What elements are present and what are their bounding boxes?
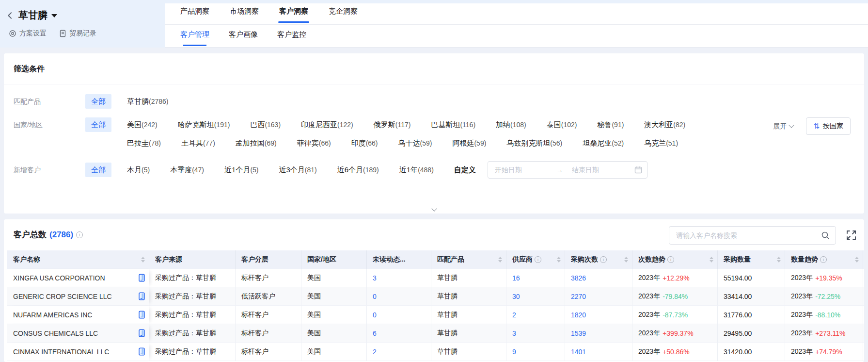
customer-name[interactable]: CINMAX INTERNATIONAL LLC: [13, 348, 109, 356]
country-filter-item[interactable]: 土耳其(77): [181, 136, 215, 150]
info-icon[interactable]: i: [820, 256, 827, 263]
tab-customer-insight[interactable]: 客户洞察: [279, 7, 308, 23]
unread-count-link[interactable]: 6: [373, 329, 377, 337]
time-filter-item[interactable]: 本季度(47): [170, 163, 204, 177]
country-filter-all[interactable]: 全部: [85, 117, 111, 132]
purchase-count-link[interactable]: 2270: [571, 293, 586, 300]
subtab-customer-monitor[interactable]: 客户监控: [277, 30, 306, 46]
product-filter-item[interactable]: 草甘膦(2786): [127, 94, 168, 109]
start-date-input[interactable]: [488, 166, 554, 174]
column-header[interactable]: 供应商i: [506, 250, 565, 269]
custom-range-option[interactable]: 自定义: [454, 163, 476, 177]
search-input[interactable]: [669, 231, 821, 239]
contact-phone-icon[interactable]: [139, 311, 145, 319]
country-filter-item[interactable]: 巴基斯坦(116): [431, 117, 475, 132]
unread-count-link[interactable]: 2: [373, 348, 377, 356]
supplier-count-link[interactable]: 9: [512, 348, 516, 356]
contact-phone-icon[interactable]: [139, 292, 145, 300]
country-filter-item[interactable]: 孟加拉国(69): [236, 136, 277, 150]
info-icon[interactable]: i: [667, 256, 674, 263]
sort-icon[interactable]: [141, 257, 145, 263]
supplier-count-link[interactable]: 3: [512, 329, 516, 337]
customer-name[interactable]: GENERIC CROP SCIENCE LLC: [13, 293, 112, 300]
supplier-count-link[interactable]: 2: [512, 311, 516, 319]
info-icon[interactable]: i: [76, 231, 83, 238]
sort-icon[interactable]: [855, 257, 859, 263]
purchase-count-link[interactable]: 1539: [571, 329, 586, 337]
product-filter-all[interactable]: 全部: [85, 94, 111, 109]
country-filter-item[interactable]: 乌兹别克斯坦(56): [506, 136, 562, 150]
subtab-customer-profile[interactable]: 客户画像: [229, 30, 258, 46]
expand-toggle[interactable]: 展开: [773, 118, 793, 134]
sort-icon[interactable]: [624, 257, 628, 263]
time-filter-item[interactable]: 近1年(488): [399, 163, 434, 177]
by-country-button[interactable]: ⇅ 按国家: [806, 117, 851, 135]
sort-icon[interactable]: [710, 257, 713, 263]
supplier-count-link[interactable]: 16: [512, 274, 520, 282]
info-icon[interactable]: i: [535, 256, 541, 263]
time-filter-item[interactable]: 本月(5): [127, 163, 150, 177]
time-filter-item[interactable]: 近1个月(5): [224, 163, 258, 177]
contact-phone-icon[interactable]: [139, 329, 145, 337]
tab-competitor-insight[interactable]: 竞企洞察: [329, 7, 358, 23]
customer-name[interactable]: XINGFA USA CORPORATION: [13, 274, 105, 282]
country-filter-item[interactable]: 加纳(108): [496, 117, 526, 132]
column-header[interactable]: 采购数量: [718, 250, 785, 269]
country-filter-item[interactable]: 坦桑尼亚(52): [583, 136, 624, 150]
country-filter-item[interactable]: 秘鲁(91): [597, 117, 624, 132]
country-filter-item[interactable]: 美国(242): [127, 117, 158, 132]
unread-count-link[interactable]: 0: [373, 311, 377, 319]
end-date-input[interactable]: [565, 166, 631, 174]
search-icon[interactable]: [821, 231, 830, 240]
info-icon[interactable]: i: [600, 256, 607, 263]
purchase-count-link[interactable]: 1401: [571, 348, 586, 356]
country-filter-item[interactable]: 印度尼西亚(122): [301, 117, 353, 132]
column-header[interactable]: 客户名称: [7, 250, 149, 269]
purchase-count-link[interactable]: 3826: [571, 274, 586, 282]
country-filter-item[interactable]: 俄罗斯(117): [374, 117, 411, 132]
table-row[interactable]: CONSUS CHEMICALS LLC采购过产品：草甘膦标杆客户美国6草甘膦3…: [7, 324, 861, 343]
purchase-count-link[interactable]: 1820: [571, 311, 586, 319]
country-filter-item[interactable]: 泰国(102): [547, 117, 577, 132]
back-icon[interactable]: [8, 12, 15, 18]
table-row[interactable]: NUFARM AMERICAS INC采购过产品：草甘膦标杆客户美国0草甘膦21…: [7, 306, 861, 324]
time-filter-item[interactable]: 近6个月(189): [337, 163, 379, 177]
customer-name[interactable]: CONSUS CHEMICALS LLC: [13, 329, 98, 337]
supplier-count-link[interactable]: 30: [512, 293, 520, 300]
collapse-filter-toggle[interactable]: [4, 209, 864, 211]
table-row[interactable]: GENERIC CROP SCIENCE LLC采购过产品：草甘膦低活跃客户美国…: [7, 287, 861, 306]
unread-count-link[interactable]: 3: [373, 274, 377, 282]
new-customer-filter-all[interactable]: 全部: [85, 163, 111, 177]
table-row[interactable]: XINGFA USA CORPORATION采购过产品：草甘膦标杆客户美国3草甘…: [7, 269, 861, 287]
sort-icon[interactable]: [557, 257, 561, 263]
country-filter-item[interactable]: 巴拉圭(78): [127, 136, 161, 150]
unread-count-link[interactable]: 0: [373, 293, 377, 300]
country-filter-item[interactable]: 哈萨克斯坦(191): [178, 117, 230, 132]
contact-phone-icon[interactable]: [139, 347, 145, 356]
column-header[interactable]: 次数趋势i: [632, 250, 718, 269]
column-header[interactable]: 匹配产品: [431, 250, 506, 269]
fullscreen-icon[interactable]: [846, 230, 856, 240]
country-filter-item[interactable]: 菲律宾(66): [297, 136, 331, 150]
sort-icon[interactable]: [498, 257, 502, 263]
country-filter-item[interactable]: 阿根廷(59): [452, 136, 486, 150]
time-filter-item[interactable]: 近3个月(81): [279, 163, 317, 177]
country-filter-item[interactable]: 澳大利亚(82): [644, 117, 685, 132]
trade-records-button[interactable]: 贸易记录: [59, 29, 96, 38]
tab-market-insight[interactable]: 市场洞察: [230, 7, 259, 23]
country-filter-item[interactable]: 印度(66): [351, 136, 378, 150]
table-row[interactable]: CINMAX INTERNATIONAL LLC采购过产品：草甘膦标杆客户美国2…: [7, 343, 861, 361]
scheme-settings-button[interactable]: 方案设置: [9, 29, 47, 38]
sub-tabs: 客户管理 客户画像 客户监控: [180, 30, 326, 46]
country-filter-item[interactable]: 乌克兰(51): [644, 136, 678, 150]
product-dropdown-icon[interactable]: [51, 14, 57, 17]
customer-name[interactable]: NUFARM AMERICAS INC: [13, 311, 92, 319]
tab-product-insight[interactable]: 产品洞察: [180, 7, 209, 23]
sort-icon[interactable]: [777, 257, 781, 263]
subtab-customer-management[interactable]: 客户管理: [180, 30, 209, 46]
contact-phone-icon[interactable]: [139, 274, 145, 282]
column-header[interactable]: 数量趋势i: [785, 250, 863, 269]
country-filter-item[interactable]: 巴西(163): [250, 117, 281, 132]
column-header[interactable]: 采购次数i: [565, 250, 632, 269]
country-filter-item[interactable]: 乌干达(59): [398, 136, 432, 150]
